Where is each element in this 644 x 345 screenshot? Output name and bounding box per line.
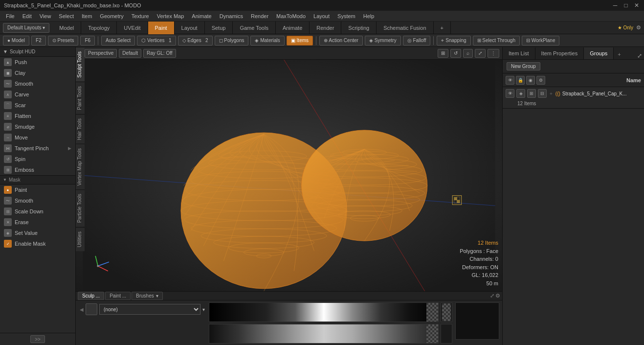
vert-tab-particle[interactable]: Particle Tools [76, 189, 85, 227]
items-button[interactable]: ▣ Items [287, 36, 313, 46]
tool-push[interactable]: ▲ Push [0, 57, 75, 68]
materials-button[interactable]: ◈ Materials [250, 36, 284, 46]
menu-geometry[interactable]: Geometry [96, 12, 127, 20]
vp-search-icon[interactable]: ⌕ [463, 49, 473, 58]
tab-animate[interactable]: Animate [276, 22, 310, 34]
menu-system[interactable]: System [333, 12, 359, 20]
tool-set-value[interactable]: ◈ Set Value [0, 228, 75, 238]
menu-render[interactable]: Render [247, 12, 272, 20]
tool-spin[interactable]: ↺ Spin [0, 154, 75, 164]
tool-flatten[interactable]: ≡ Flatten [0, 111, 75, 121]
tool-tangent-pinch[interactable]: ⋈ Tangent Pinch ▶ [0, 143, 75, 154]
tool-scale-down[interactable]: ⊟ Scale Down [0, 206, 75, 217]
f2-button[interactable]: F2 [31, 36, 46, 46]
tab-item-list[interactable]: Item List [503, 47, 535, 59]
texture-preview-right[interactable] [455, 302, 499, 340]
sidebar-collapse-icon[interactable]: ▼ [3, 49, 8, 54]
tab-brushes[interactable]: Brushes ▾ [132, 292, 163, 300]
vp-menu-icon[interactable]: ⋮ [488, 49, 499, 58]
menu-vertex-map[interactable]: Vertex Map [153, 12, 188, 20]
tab-render[interactable]: Render [310, 22, 341, 34]
vp-rotate-icon[interactable]: ↺ [450, 49, 461, 58]
texture-preview-top[interactable] [209, 302, 439, 322]
vp-perspective-btn[interactable]: Perspective [85, 49, 117, 58]
texture-swatch-bottom[interactable] [441, 324, 452, 344]
tab-sculp[interactable]: Sculp ... [78, 292, 104, 300]
minimize-button[interactable]: ─ [612, 2, 619, 9]
group-eye-icon[interactable]: 👁 [506, 76, 514, 85]
model-toggle[interactable]: ● Model [3, 36, 29, 46]
select-through-button[interactable]: ⊞ Select Through [473, 36, 520, 46]
item-extra-icon-1[interactable]: ◈ [516, 89, 525, 98]
menu-maxtomodo[interactable]: MaxToModo [272, 12, 310, 20]
vert-tab-vertex-map[interactable]: Vertex Map Tools [76, 144, 85, 190]
vert-tab-hair[interactable]: Hair Tools [76, 114, 85, 144]
menu-animate[interactable]: Animate [188, 12, 215, 20]
viewport-canvas[interactable]: 12 Items Polygons : Face Channels: 0 Def… [76, 60, 502, 291]
edges-button[interactable]: ◇ Edges 2 [178, 36, 213, 46]
tab-setup[interactable]: Setup [205, 22, 233, 34]
viewport[interactable]: ◀ Perspective Default Ray GL: Off ⊞ ↺ ⌕ … [76, 47, 502, 291]
tab-topology[interactable]: Topology [81, 22, 117, 34]
tool-paint[interactable]: ● Paint [0, 184, 75, 195]
tool-smooth[interactable]: 〜 Smooth [0, 78, 75, 89]
vp-raygl-btn[interactable]: Ray GL: Off [143, 49, 176, 58]
tab-item-properties[interactable]: Item Properties [535, 47, 584, 59]
vp-grid-icon[interactable]: ⊞ [438, 49, 448, 58]
tool-scar[interactable]: ⌒ Scar [0, 100, 75, 111]
tab-add-button[interactable]: + [614, 49, 624, 59]
tab-groups[interactable]: Groups [584, 47, 614, 59]
group-lock-icon[interactable]: 🔒 [516, 76, 525, 85]
preset-nav-left[interactable]: ◀ [80, 307, 84, 312]
tab-paint[interactable]: Paint [148, 22, 175, 34]
tab-uvedit[interactable]: UVEdit [117, 22, 148, 34]
vert-tab-paint[interactable]: Paint Tools [76, 82, 85, 114]
tab-paint[interactable]: Paint ... [105, 292, 131, 300]
item-expand-arrow[interactable]: + [550, 91, 553, 96]
action-center-button[interactable]: ⊕ Action Center [319, 36, 363, 46]
tool-enable-mask[interactable]: ✓ Enable Mask [0, 238, 75, 249]
menu-layout[interactable]: Layout [310, 12, 333, 20]
menu-dynamics[interactable]: Dynamics [216, 12, 247, 20]
texture-preview-bottom[interactable] [209, 324, 439, 344]
menu-file[interactable]: File [2, 12, 19, 20]
vp-fullscreen-icon[interactable]: ⤢ [475, 49, 486, 58]
vert-tab-sculpt[interactable]: Sculpt Tools [76, 47, 85, 82]
tool-erase[interactable]: ✕ Erase [0, 217, 75, 228]
tab-add[interactable]: + [434, 22, 451, 34]
menu-help[interactable]: Help [359, 12, 378, 20]
tool-mask-smooth[interactable]: 〜 Smooth [0, 195, 75, 206]
polygons-button[interactable]: ◻ Polygons [215, 36, 249, 46]
symmetry-button[interactable]: ◈ Symmetry [365, 36, 401, 46]
group-item-row[interactable]: 👁 ◈ ⊞ ⊟ + ({) Strapback_5_Panel_Cap_K...… [503, 87, 644, 109]
preset-color-box[interactable] [86, 303, 97, 315]
tab-model[interactable]: Model [52, 22, 81, 34]
close-button[interactable]: ✕ [633, 2, 640, 9]
settings-gear-icon[interactable]: ⚙ [636, 24, 641, 31]
menu-item[interactable]: Item [78, 12, 96, 20]
snapping-button[interactable]: ⌖ Snapping [437, 36, 470, 46]
bottom-gear-icon[interactable]: ⚙ [495, 293, 500, 299]
vert-tab-utilities[interactable]: Utilities [76, 227, 85, 251]
menu-select[interactable]: Select [55, 12, 78, 20]
f6-button[interactable]: F6 [80, 36, 95, 46]
group-render-icon[interactable]: ◉ [526, 76, 535, 85]
expand-button[interactable]: >> [30, 335, 45, 343]
default-layouts-dropdown[interactable]: Default Layouts ▾ [3, 23, 49, 33]
presets-button[interactable]: ⊙ Presets [48, 36, 79, 46]
tab-scripting[interactable]: Scripting [341, 22, 377, 34]
tab-game-tools[interactable]: Game Tools [233, 22, 276, 34]
texture-swatch-top[interactable] [441, 302, 452, 322]
menu-edit[interactable]: Edit [19, 12, 36, 20]
tab-schematic-fusion[interactable]: Schematic Fusion [377, 22, 433, 34]
new-group-button[interactable]: New Group [507, 62, 540, 70]
auto-select-button[interactable]: Auto Select [101, 36, 135, 46]
preset-dropdown-arrow[interactable]: ▾ [202, 307, 205, 312]
bottom-expand-icon[interactable]: ⤢ [490, 293, 494, 299]
tool-clay[interactable]: ◼ Clay [0, 68, 75, 78]
item-extra-icon-2[interactable]: ⊞ [527, 89, 536, 98]
tool-move[interactable]: ↔ Move [0, 132, 75, 143]
tool-carve[interactable]: ∧ Carve [0, 89, 75, 100]
vertices-button[interactable]: ⬡ Vertices 1 [137, 36, 176, 46]
falloff-button[interactable]: ◎ Falloff [403, 36, 431, 46]
